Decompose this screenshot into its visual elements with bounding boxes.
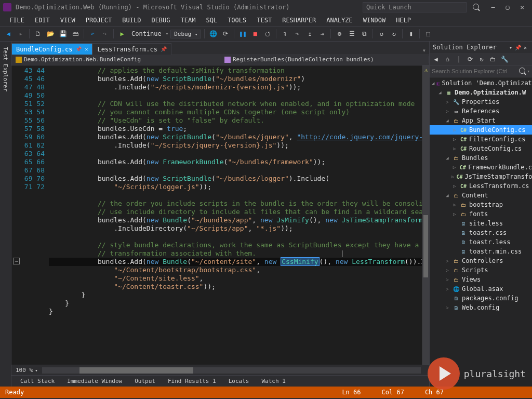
tree-node[interactable]: Controllers xyxy=(462,257,503,264)
step-into-button[interactable]: ↴ xyxy=(280,29,290,39)
otab-findresults[interactable]: Find Results 1 xyxy=(162,376,222,387)
search-icon[interactable] xyxy=(519,68,525,75)
step-out-button[interactable]: ↥ xyxy=(304,29,315,39)
code-editor[interactable]: // applies the default JsMinify transfor… xyxy=(49,65,422,365)
otab-callstack[interactable]: Call Stack xyxy=(15,376,60,387)
tool-4-button[interactable]: ↺ xyxy=(376,29,387,39)
menu-window[interactable]: WINDOW xyxy=(358,16,391,25)
menu-sql[interactable]: SQL xyxy=(201,16,222,25)
tree-node[interactable]: References xyxy=(462,108,499,115)
tool-5-button[interactable]: ↻ xyxy=(389,29,399,39)
nav-type-dropdown[interactable]: Demo.Optimization.Web.BundleConfig xyxy=(11,56,220,63)
save-all-button[interactable]: 🗃 xyxy=(70,29,81,39)
tree-node[interactable]: App_Start xyxy=(462,117,496,124)
menu-analyze[interactable]: ANALYZE xyxy=(321,16,358,25)
tree-node[interactable]: Content xyxy=(462,192,488,199)
browser-button[interactable]: 🌐 xyxy=(208,29,218,39)
continue-button[interactable]: ▶ xyxy=(117,29,127,39)
menu-tools[interactable]: TOOLS xyxy=(222,16,251,25)
menu-debug[interactable]: DEBUG xyxy=(146,16,175,25)
tree-node[interactable]: LessTransform.cs xyxy=(469,182,529,190)
solution-tree[interactable]: ◢◧Solution 'Demo.Optimization.W ◢▦Demo.O… xyxy=(430,77,532,387)
window-opts-icon[interactable]: ▾ xyxy=(507,45,514,50)
tree-node[interactable]: fonts xyxy=(469,210,488,218)
config-dropdown[interactable]: Debug ▾ xyxy=(170,30,201,38)
autohide-icon[interactable]: 📌 xyxy=(514,45,522,50)
tree-node[interactable]: toastr.css xyxy=(469,229,507,236)
home-icon[interactable]: ⌂ xyxy=(443,55,451,63)
tab-bundleconfig[interactable]: BundleConfig.cs 📌 ✕ xyxy=(11,43,92,55)
tab-lesstransform[interactable]: LessTransform.cs 📌 xyxy=(92,43,171,55)
stop-button[interactable]: ■ xyxy=(250,29,260,39)
tree-node[interactable]: Bundles xyxy=(462,154,488,162)
tree-node[interactable]: toastr.less xyxy=(469,238,510,246)
sidetab-test-explorer[interactable]: Test Explorer xyxy=(1,44,10,95)
minimize-button[interactable]: — xyxy=(486,2,500,12)
menu-edit[interactable]: EDIT xyxy=(30,16,55,25)
tree-node[interactable]: Scripts xyxy=(462,267,488,274)
tree-node[interactable]: Views xyxy=(462,276,481,283)
sync-icon[interactable]: ⟳ xyxy=(466,55,474,63)
close-button[interactable]: ✕ xyxy=(515,2,529,12)
pin-icon[interactable]: 📌 xyxy=(75,46,82,52)
tool-6-button[interactable]: ▮ xyxy=(406,29,416,39)
menu-test[interactable]: TEST xyxy=(251,16,277,25)
step-go-button[interactable]: ⇥ xyxy=(317,29,327,39)
otab-output[interactable]: Output xyxy=(129,376,161,387)
vertical-scrollbar[interactable]: ⚠ xyxy=(422,65,429,365)
undo-button[interactable]: ↶ xyxy=(87,29,98,39)
nav-fwd-button[interactable]: ▸ xyxy=(16,29,26,39)
tree-node[interactable]: bootstrap xyxy=(469,201,503,208)
refresh-button[interactable]: ⟳ xyxy=(220,29,231,39)
scroll-thumb[interactable] xyxy=(79,367,193,374)
pin-icon[interactable]: 📌 xyxy=(161,46,167,52)
tool-1-button[interactable]: ⚙ xyxy=(334,29,344,39)
nav-member-dropdown[interactable]: RegisterBundles(BundleCollection bundles… xyxy=(220,56,429,63)
tree-node-project[interactable]: Demo.Optimization.W xyxy=(455,89,526,96)
scroll-thumb[interactable] xyxy=(423,215,428,277)
menu-file[interactable]: FILE xyxy=(4,16,30,25)
menu-team[interactable]: TEAM xyxy=(176,16,201,25)
search-icon[interactable] xyxy=(473,4,479,11)
collapse-glyph[interactable]: ⋯ xyxy=(13,258,20,264)
zoom-level[interactable]: 100 % xyxy=(16,367,33,374)
otab-immediate[interactable]: Immediate Window xyxy=(61,376,128,387)
props-icon[interactable]: 🔧 xyxy=(500,55,509,63)
maximize-button[interactable]: ▢ xyxy=(501,2,514,12)
tree-node[interactable]: JsTimeStampTransfo xyxy=(464,173,532,180)
solution-search-input[interactable] xyxy=(432,68,519,74)
tree-node-solution[interactable]: Solution 'Demo.Optimization.W xyxy=(442,79,532,87)
menu-build[interactable]: BUILD xyxy=(117,16,146,25)
menu-help[interactable]: HELP xyxy=(391,16,416,25)
tree-node[interactable]: RouteConfig.cs xyxy=(469,145,522,152)
tree-node[interactable]: FilterConfig.cs xyxy=(469,136,525,143)
tool-7-button[interactable]: ⬚ xyxy=(423,29,433,39)
glyph-margin[interactable]: ⋯ xyxy=(11,65,22,365)
tree-node[interactable]: FrameworkBundle.c xyxy=(468,164,532,171)
menu-resharper[interactable]: RESHARPER xyxy=(277,16,321,25)
new-button[interactable]: 🗋 xyxy=(33,29,43,39)
nav-back-button[interactable]: ◀ xyxy=(3,29,14,39)
refresh-icon[interactable]: ↻ xyxy=(477,55,486,63)
pause-button[interactable]: ❚❚ xyxy=(237,29,248,39)
tree-node[interactable]: Properties xyxy=(462,98,499,105)
tree-node[interactable]: Global.asax xyxy=(462,285,503,292)
tree-node[interactable]: packages.config xyxy=(462,295,518,302)
tree-node[interactable]: site.less xyxy=(469,220,503,227)
step-over-button[interactable]: ↷ xyxy=(292,29,302,39)
menu-view[interactable]: VIEW xyxy=(55,16,81,25)
horizontal-scrollbar[interactable] xyxy=(42,367,421,374)
tree-node[interactable]: toastr.min.css xyxy=(469,248,522,255)
close-panel-icon[interactable]: ✕ xyxy=(522,45,529,50)
tool-2-button[interactable]: ☰ xyxy=(347,29,357,39)
tree-node-bundleconfig[interactable]: BundleConfig.cs xyxy=(469,126,525,134)
redo-button[interactable]: ↷ xyxy=(100,29,110,39)
tab-overflow-icon[interactable]: ▾ xyxy=(419,47,429,54)
showall-icon[interactable]: 🗀 xyxy=(489,55,497,63)
tree-node[interactable]: Web.config xyxy=(462,304,499,311)
save-button[interactable]: 💾 xyxy=(58,29,68,39)
menu-project[interactable]: PROJECT xyxy=(81,16,117,25)
otab-watch[interactable]: Watch 1 xyxy=(256,376,291,387)
restart-button[interactable]: ⭯ xyxy=(262,29,273,39)
open-button[interactable]: 📂 xyxy=(45,29,56,39)
